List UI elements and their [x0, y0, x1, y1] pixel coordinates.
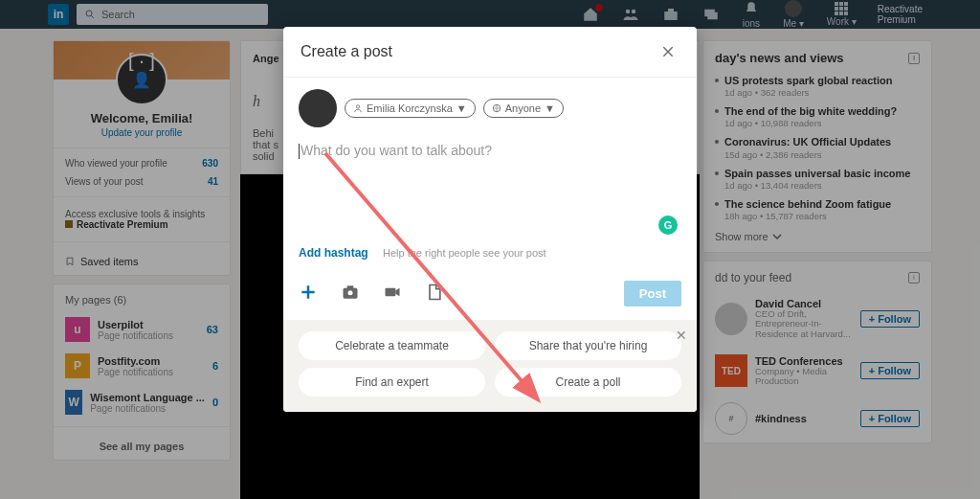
- visibility-selector[interactable]: Anyone ▼: [483, 99, 564, 118]
- suggestion-hiring[interactable]: Share that you're hiring: [495, 331, 681, 360]
- suggestion-expert[interactable]: Find an expert: [299, 368, 485, 397]
- grammarly-icon[interactable]: G: [658, 215, 678, 235]
- modal-title: Create a post: [301, 43, 392, 60]
- camera-icon: [341, 283, 360, 302]
- svg-rect-13: [386, 287, 396, 295]
- globe-icon: [492, 103, 501, 113]
- author-selector[interactable]: Emilia Korczynska ▼: [345, 99, 476, 118]
- create-post-modal: Create a post Emilia Korczynska ▼ Anyone…: [283, 27, 697, 412]
- close-icon: [660, 44, 676, 59]
- person-icon: [353, 103, 363, 113]
- suggestion-celebrate[interactable]: Celebrate a teammate: [299, 331, 485, 360]
- svg-point-11: [348, 290, 353, 295]
- suggestion-poll[interactable]: Create a poll: [495, 368, 681, 397]
- avatar: [299, 89, 337, 127]
- video-button[interactable]: [383, 283, 402, 306]
- close-suggestions-button[interactable]: ✕: [676, 328, 687, 343]
- video-icon: [383, 283, 402, 302]
- post-button[interactable]: Post: [624, 281, 681, 306]
- chevron-down-icon: ▼: [545, 102, 555, 114]
- svg-point-8: [356, 105, 359, 108]
- document-button[interactable]: [425, 283, 444, 306]
- plus-icon: [299, 283, 318, 302]
- svg-rect-12: [347, 285, 354, 288]
- hashtag-help-text: Help the right people see your post: [383, 247, 546, 259]
- add-button[interactable]: [299, 283, 318, 306]
- post-suggestions: ✕ Celebrate a teammate Share that you're…: [283, 320, 697, 412]
- add-hashtag-button[interactable]: Add hashtag: [299, 246, 368, 260]
- close-button[interactable]: [657, 40, 679, 63]
- photo-button[interactable]: [341, 283, 360, 306]
- chevron-down-icon: ▼: [457, 102, 467, 114]
- document-icon: [425, 283, 444, 302]
- post-textarea[interactable]: What do you want to talk about? G: [299, 143, 681, 238]
